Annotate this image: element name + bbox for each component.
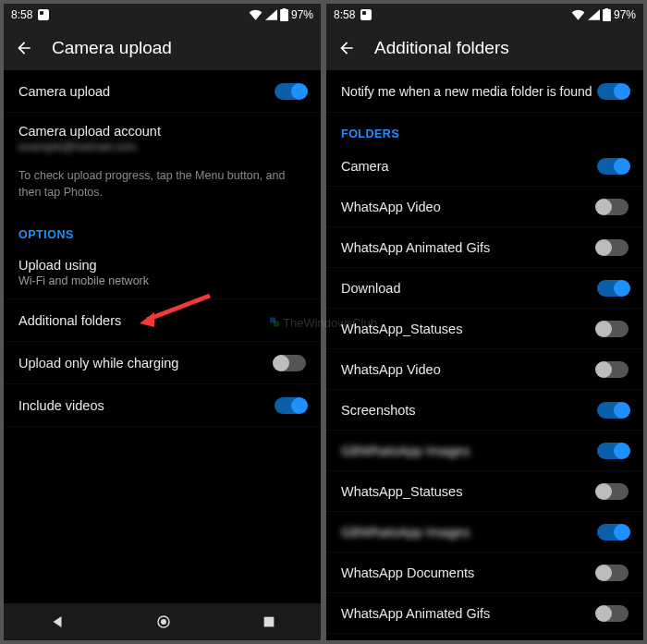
status-time: 8:58 (11, 8, 32, 21)
page-title: Additional folders (374, 38, 509, 58)
account-value: example@hotmail.com (18, 140, 136, 153)
wifi-icon (571, 9, 585, 20)
folder-row[interactable]: WhatsApp_Statuses (326, 471, 643, 512)
folder-toggle[interactable] (597, 565, 629, 581)
row-account[interactable]: Camera upload account example@hotmail.co… (4, 113, 321, 157)
row-camera-upload[interactable]: Camera upload (4, 70, 321, 113)
folder-row[interactable]: Screenshots (326, 390, 643, 431)
row-notify[interactable]: Notify me when a new media folder is fou… (326, 70, 643, 113)
phone-left: 8:58 97% Camera upload Camera upload Cam… (4, 4, 321, 640)
svg-rect-1 (283, 8, 287, 10)
svg-point-3 (161, 619, 166, 625)
label: Upload using (18, 258, 97, 273)
folder-row[interactable]: Download (326, 268, 643, 309)
folder-row[interactable]: WhatsApp_Statuses (326, 309, 643, 349)
row-additional-folders[interactable]: Additional folders (4, 299, 321, 342)
folder-toggle[interactable] (597, 158, 629, 175)
app-bar: Camera upload (4, 26, 321, 70)
battery-percent: 97% (291, 8, 313, 21)
label: Upload only while charging (18, 356, 178, 371)
section-folders: FOLDERS (326, 113, 643, 146)
folder-label: WhatsApp Video (341, 200, 441, 214)
folder-row[interactable]: Camera (326, 146, 643, 187)
folder-label: WhatsApp Documents (341, 565, 474, 580)
page-title: Camera upload (52, 38, 172, 58)
notification-icon (38, 9, 49, 20)
folder-toggle[interactable] (597, 443, 629, 459)
folder-toggle[interactable] (597, 361, 629, 378)
nav-back-icon[interactable] (49, 614, 66, 630)
folder-toggle[interactable] (597, 239, 629, 256)
row-include-videos[interactable]: Include videos (4, 384, 321, 427)
nav-recent-icon[interactable] (262, 614, 276, 629)
status-bar: 8:58 97% (326, 4, 643, 26)
folder-label: WhatsApp Animated Gifs (341, 606, 490, 621)
toggle-notify[interactable] (597, 83, 629, 100)
status-bar: 8:58 97% (4, 4, 321, 26)
folder-toggle[interactable] (597, 402, 629, 419)
label: Camera upload (18, 84, 110, 99)
svg-rect-5 (603, 9, 611, 21)
folder-toggle[interactable] (597, 524, 629, 541)
folder-label: WhatsApp Animated Gifs (341, 240, 490, 255)
notification-icon (360, 9, 372, 20)
folder-row[interactable]: WhatsApp Animated Gifs (326, 593, 643, 634)
back-icon[interactable] (337, 39, 356, 57)
phone-right: 8:58 97% Additional folders Notify me wh… (326, 4, 643, 640)
svg-rect-0 (280, 9, 288, 21)
toggle-camera-upload[interactable] (275, 83, 306, 100)
app-bar: Additional folders (326, 26, 643, 70)
folder-row[interactable]: WhatsApp Animated Gifs (326, 227, 643, 268)
signal-icon (588, 9, 600, 20)
folder-label: GBWhatsApp Images (341, 525, 470, 540)
content-left: Camera upload Camera upload account exam… (4, 70, 321, 603)
folder-row[interactable]: WhatsApp Video (326, 349, 643, 390)
label: Camera upload account (18, 124, 161, 139)
battery-icon (603, 8, 611, 21)
nav-bar (4, 603, 321, 640)
folder-toggle[interactable] (597, 605, 629, 622)
back-icon[interactable] (15, 39, 33, 57)
folder-row[interactable]: WhatsApp Video (326, 187, 643, 227)
folder-toggle[interactable] (597, 199, 629, 215)
folder-toggle[interactable] (597, 483, 629, 500)
content-right[interactable]: Notify me when a new media folder is fou… (326, 70, 643, 640)
section-options: OPTIONS (4, 213, 321, 247)
battery-icon (280, 8, 288, 21)
label: Additional folders (18, 313, 121, 328)
nav-home-icon[interactable] (155, 614, 172, 630)
toggle-only-charging[interactable] (275, 355, 306, 371)
folder-row[interactable]: WhatsApp Documents (326, 553, 643, 593)
folder-row[interactable]: GBWhatsApp Images (326, 512, 643, 553)
row-upload-using[interactable]: Upload using Wi-Fi and mobile network (4, 247, 321, 299)
help-text: To check upload progress, tap the Menu b… (4, 157, 321, 213)
wifi-icon (249, 9, 262, 20)
toggle-include-videos[interactable] (275, 397, 306, 414)
label: Notify me when a new media folder is fou… (341, 84, 592, 99)
folder-label: WhatsApp_Statuses (341, 322, 462, 336)
row-only-charging[interactable]: Upload only while charging (4, 342, 321, 384)
status-time: 8:58 (334, 8, 355, 21)
signal-icon (265, 9, 277, 20)
folders-list: CameraWhatsApp VideoWhatsApp Animated Gi… (326, 146, 643, 634)
folder-label: Download (341, 281, 401, 296)
sub: Wi-Fi and mobile network (18, 274, 149, 287)
folder-label: GBWhatsApp Images (341, 444, 470, 458)
battery-percent: 97% (614, 8, 636, 21)
folder-row[interactable]: GBWhatsApp Images (326, 431, 643, 471)
svg-rect-4 (263, 617, 274, 627)
folder-label: WhatsApp Video (341, 362, 441, 377)
label: Include videos (18, 398, 104, 413)
folder-label: WhatsApp_Statuses (341, 484, 462, 499)
svg-rect-6 (605, 8, 609, 10)
folder-label: Screenshots (341, 403, 416, 418)
folder-label: Camera (341, 159, 389, 174)
folder-toggle[interactable] (597, 280, 629, 297)
folder-toggle[interactable] (597, 321, 629, 337)
